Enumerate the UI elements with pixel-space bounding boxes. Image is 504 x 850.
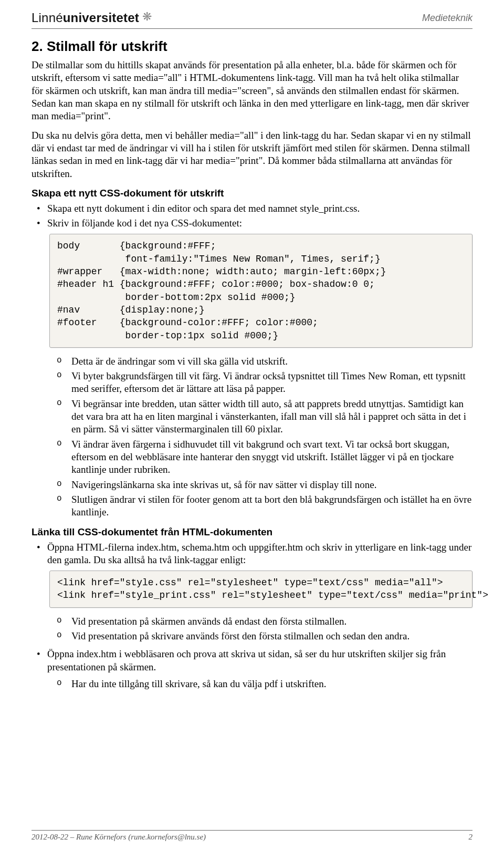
list-item: Vi begränsar inte bredden, utan sätter w… [57,398,472,436]
list-item: Slutligen ändrar vi stilen för footer ge… [57,493,472,519]
list-item: Detta är de ändringar som vi vill ska gä… [57,355,472,368]
list-item: Öppna HTML-filerna index.htm, schema.htm… [36,541,472,567]
list-item: Navigeringslänkarna ska inte skrivas ut,… [57,479,472,491]
page: Linnéuniversitetet ❋ Medieteknik 2. Stil… [0,0,504,850]
paragraph-2: Du ska nu delvis göra detta, men vi behå… [32,129,472,180]
list-item: Har du inte tillgång till skrivare, så k… [57,678,472,690]
sub-list-1: Detta är de ändringar som vi vill ska gä… [57,355,472,519]
list-item: Skapa ett nytt dokument i din editor och… [36,202,472,215]
section-title: 2. Stilmall för utskrift [32,38,472,55]
code-block-link: <link href="style.css" rel="stylesheet" … [49,571,472,608]
footer-page-number: 2 [469,833,473,842]
code-block-css: body {background:#FFF; font-family:"Time… [49,234,472,347]
logo: Linnéuniversitetet ❋ [32,11,152,25]
bullet-list-1: Skapa ett nytt dokument i din editor och… [32,202,472,230]
list-item: Vi byter bakgrundsfärgen till vit färg. … [57,370,472,396]
bullet-list-2: Öppna HTML-filerna index.htm, schema.htm… [32,541,472,567]
sub-list-3: Har du inte tillgång till skrivare, så k… [57,678,472,690]
subheading-link-css: Länka till CSS-dokumentet från HTML-doku… [32,526,472,538]
bullet-list-3: Öppna index.htm i webbläsaren och prova … [32,648,472,673]
page-header: Linnéuniversitetet ❋ Medieteknik [32,11,472,29]
list-item: Vid presentation på skärmen används då e… [57,615,472,628]
footer-left: 2012-08-22 – Rune Körnefors (rune.kornef… [32,833,206,842]
paragraph-1: De stilmallar som du hittills skapat anv… [32,59,472,123]
flower-icon: ❋ [142,11,152,23]
sub-list-2: Vid presentation på skärmen används då e… [57,615,472,643]
subheading-create-css: Skapa ett nytt CSS-dokument för utskrift [32,188,472,199]
list-item: Öppna index.htm i webbläsaren och prova … [36,648,472,673]
list-item: Skriv in följande kod i det nya CSS-doku… [36,217,472,230]
page-footer: 2012-08-22 – Rune Körnefors (rune.kornef… [32,830,472,842]
list-item: Vi ändrar även färgerna i sidhuvudet til… [57,438,472,476]
course-label: Medieteknik [422,13,472,24]
list-item: Vid presentation på skrivare används för… [57,630,472,642]
logo-text-thin: Linnéuniversitetet [32,11,139,25]
